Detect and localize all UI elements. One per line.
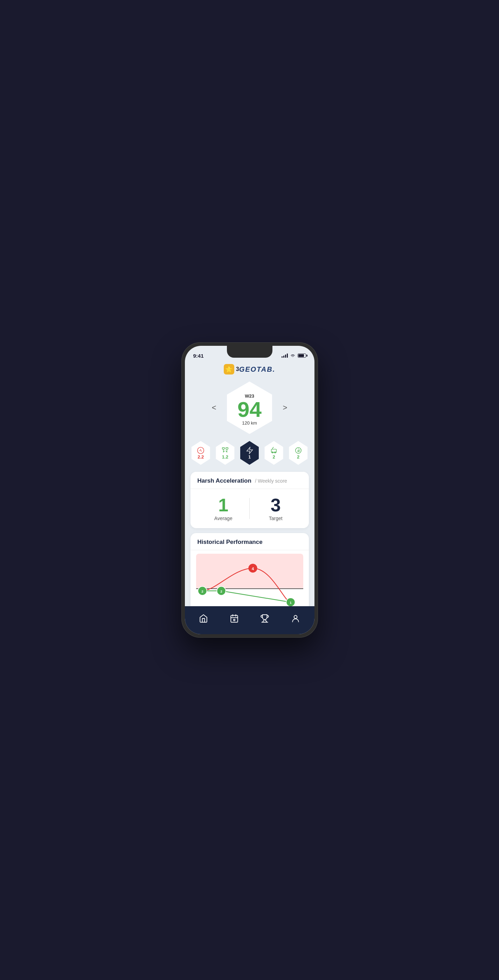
historical-card-title: Historical Performance — [198, 539, 263, 545]
average-value: 1 — [198, 496, 250, 514]
nav-achievements[interactable] — [255, 611, 275, 626]
svg-text:4: 4 — [252, 566, 254, 571]
historical-card-header: Historical Performance — [190, 533, 309, 550]
nav-home[interactable] — [193, 611, 214, 626]
svg-text:2: 2 — [201, 589, 204, 593]
harsh-accel-value: 1 — [248, 454, 251, 460]
nav-profile[interactable] — [285, 611, 306, 626]
cornering-icon — [270, 447, 278, 454]
svg-point-23 — [234, 619, 235, 620]
svg-rect-1 — [222, 447, 225, 449]
week-distance: 120 km — [242, 420, 257, 426]
score-section: < W23 94 120 km > — [185, 378, 314, 441]
score-card-subtitle: / Weekly score — [255, 478, 287, 484]
bottom-nav — [185, 606, 314, 634]
trophy-icon — [260, 614, 269, 623]
metrics-row: 2.2 1.2 1 — [185, 441, 314, 472]
profile-icon — [291, 614, 300, 623]
notification-area[interactable]: ⭐ 3 — [224, 364, 239, 374]
metric-harsh-accel[interactable]: 1 — [239, 441, 260, 465]
speeding-icon — [197, 447, 204, 454]
signal-icon — [282, 353, 288, 358]
chart-svg: 4 2 2 — [196, 554, 303, 606]
phone-frame: 9:41 ⭐ — [182, 342, 318, 638]
target-label: Target — [250, 515, 302, 521]
status-icons — [282, 353, 306, 358]
score-card-header: Harsh Acceleration / Weekly score — [190, 472, 309, 489]
idling-value: 2 — [297, 454, 300, 460]
svg-text:2: 2 — [220, 589, 222, 593]
average-label: Average — [198, 515, 250, 521]
score-card: Harsh Acceleration / Weekly score 1 Aver… — [190, 472, 309, 528]
home-icon — [199, 614, 208, 623]
week-score: 94 — [238, 399, 261, 420]
app-header: ⭐ 3 GEOTAB. — [185, 361, 314, 378]
svg-point-7 — [298, 450, 299, 452]
idling-icon — [295, 447, 302, 454]
notification-count: 3 — [236, 366, 239, 372]
prev-week-arrow[interactable]: < — [208, 400, 220, 416]
phone-screen: 9:41 ⭐ — [185, 346, 314, 634]
target-value: 3 — [250, 496, 302, 514]
score-card-title: Harsh Acceleration — [198, 477, 252, 484]
nav-trips[interactable] — [224, 611, 244, 626]
chart-area: 4 2 2 — [196, 554, 303, 606]
speeding-value: 2.2 — [198, 454, 204, 460]
main-score-hexagon: W23 94 120 km — [223, 382, 276, 434]
score-display: 1 Average 3 Target — [190, 489, 309, 528]
star-icon: ⭐ — [224, 364, 234, 374]
cornering-value: 2 — [273, 454, 275, 460]
metric-idling[interactable]: 2 — [287, 441, 309, 465]
target-col: 3 Target — [250, 496, 302, 521]
scroll-content[interactable]: < W23 94 120 km > 2.2 — [185, 378, 314, 606]
app-logo: GEOTAB. — [239, 365, 276, 374]
harsh-accel-icon — [246, 447, 253, 454]
next-week-arrow[interactable]: > — [279, 400, 291, 416]
metric-speeding[interactable]: 2.2 — [190, 441, 212, 465]
trips-icon — [230, 614, 239, 623]
status-time: 9:41 — [193, 353, 204, 359]
notch — [227, 346, 273, 358]
seatbelt-value: 1.2 — [222, 454, 228, 460]
chart-container: 4 2 2 — [190, 550, 309, 606]
historical-performance-card: Historical Performance — [190, 533, 309, 606]
battery-icon — [298, 353, 306, 358]
metric-seatbelt[interactable]: 1.2 — [214, 441, 236, 465]
seatbelt-icon — [221, 447, 229, 454]
svg-point-24 — [294, 615, 297, 619]
svg-line-11 — [221, 591, 291, 602]
metric-cornering[interactable]: 2 — [263, 441, 285, 465]
svg-text:1: 1 — [290, 601, 292, 605]
svg-rect-2 — [226, 447, 228, 449]
wifi-icon — [290, 353, 295, 358]
average-col: 1 Average — [198, 496, 250, 521]
svg-rect-19 — [231, 615, 238, 622]
